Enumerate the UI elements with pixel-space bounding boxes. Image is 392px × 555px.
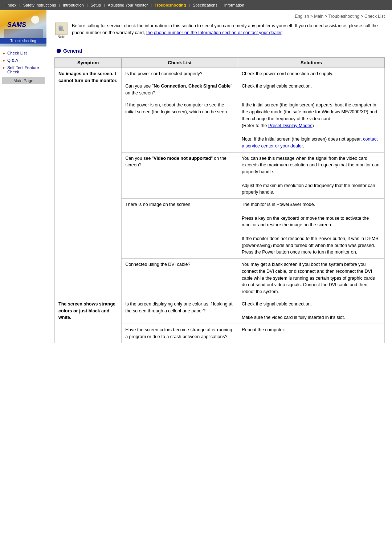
- sidebar-link-qa[interactable]: ► Q & A: [0, 57, 47, 64]
- nav-index[interactable]: Index: [4, 2, 19, 8]
- sidebar-main-page-button[interactable]: Main Page: [2, 77, 45, 84]
- solution-cell-1-3: If the initial screen (the login screen)…: [238, 99, 384, 152]
- check-cell-1-3: If the power is on, reboot the computer …: [122, 99, 238, 152]
- svg-rect-3: [60, 29, 61, 29]
- note-link[interactable]: the phone number on the Information sect…: [146, 30, 281, 35]
- note-box: Note Before calling for service, check t…: [54, 23, 385, 39]
- symptom-cell-1: No images on the screen. I cannot turn o…: [55, 68, 122, 298]
- note-icon-wrapper: Note: [54, 23, 68, 39]
- sidebar-logo-label: Troubleshooting: [0, 38, 46, 44]
- section-divider: [54, 44, 385, 44]
- main-wrapper: SAMS Troubleshooting ► Check List ► Q & …: [0, 10, 392, 519]
- nav-adjusting[interactable]: Adjusting Your Monitor: [105, 2, 151, 8]
- content-area: English > Main > Troubleshooting > Check…: [47, 10, 392, 519]
- arrow-icon: ►: [2, 58, 6, 62]
- contact-service-link[interactable]: contact a service center or your dealer: [242, 137, 378, 149]
- col-header-solutions: Solutions: [238, 58, 384, 68]
- preset-display-link[interactable]: Preset Display Modes: [268, 123, 313, 128]
- brand-logo-text: SAMS: [7, 21, 26, 29]
- note-icon-label: Note: [57, 35, 65, 39]
- solution-cell-2-1: Check the signal cable connection. Make …: [238, 298, 384, 324]
- check-table: Symptom Check List Solutions No images o…: [54, 57, 385, 343]
- solution-cell-1-6: You may get a blank screen if you boot t…: [238, 259, 384, 298]
- symptom-cell-2: The screen shows strange colors or just …: [55, 298, 122, 343]
- sidebar-link-checklist[interactable]: ► Check List: [0, 49, 47, 57]
- solution-cell-1-2: Check the signal cable connection.: [238, 80, 384, 99]
- sidebar: SAMS Troubleshooting ► Check List ► Q & …: [0, 10, 47, 519]
- general-heading: General: [57, 48, 385, 54]
- note-period: .: [281, 30, 282, 35]
- check-cell-1-4: Can you see "Video mode not supported" o…: [122, 152, 238, 199]
- breadcrumb: English > Main > Troubleshooting > Check…: [54, 14, 385, 19]
- nav-information[interactable]: Information: [221, 2, 247, 8]
- nav-specifications[interactable]: Specifications: [190, 2, 220, 8]
- nav-troubleshooting[interactable]: Troubleshooting: [152, 2, 189, 8]
- check-cell-1-5: There is no image on the screen.: [122, 199, 238, 259]
- blue-dot-icon: [57, 49, 61, 53]
- sidebar-logo: SAMS Troubleshooting: [0, 10, 46, 46]
- solution-cell-1-4: You can see this message when the signal…: [238, 152, 384, 199]
- note-text: Before calling for service, check the in…: [72, 23, 385, 36]
- table-row: No images on the screen. I cannot turn o…: [55, 68, 385, 80]
- top-navigation: Index | Safety Instructions | Introducti…: [0, 0, 392, 10]
- table-header-row: Symptom Check List Solutions: [55, 58, 385, 68]
- pencil-note-svg: [58, 25, 65, 32]
- svg-marker-4: [62, 29, 64, 31]
- nav-introduction[interactable]: Introduction: [60, 2, 86, 8]
- svg-rect-2: [60, 28, 62, 28]
- note-icon: [55, 23, 68, 35]
- check-cell-1-6: Connected using the DVI cable?: [122, 259, 238, 298]
- check-cell-2-2: Have the screen colors become strange af…: [122, 324, 238, 343]
- check-cell-2-1: Is the screen displaying only one color …: [122, 298, 238, 324]
- solution-cell-1-5: The monitor is in PowerSaver mode. Press…: [238, 199, 384, 259]
- sidebar-link-selftest[interactable]: ► Self-Test Feature Check: [0, 64, 47, 76]
- nav-safety[interactable]: Safety Instructions: [20, 2, 59, 8]
- svg-rect-1: [60, 27, 62, 27]
- nav-setup[interactable]: Setup: [87, 2, 104, 8]
- check-cell-1-1: Is the power cord connected properly?: [122, 68, 238, 80]
- col-header-checklist: Check List: [122, 58, 238, 68]
- check-cell-1-2: Can you see "No Connection, Check Signal…: [122, 80, 238, 99]
- solution-cell-1-1: Check the power cord connection and supp…: [238, 68, 384, 80]
- solution-cell-2-2: Reboot the computer.: [238, 324, 384, 343]
- table-body: No images on the screen. I cannot turn o…: [55, 68, 385, 343]
- table-row: The screen shows strange colors or just …: [55, 298, 385, 324]
- col-header-symptom: Symptom: [55, 58, 122, 68]
- arrow-icon: ►: [2, 66, 6, 70]
- arrow-icon: ►: [2, 51, 6, 55]
